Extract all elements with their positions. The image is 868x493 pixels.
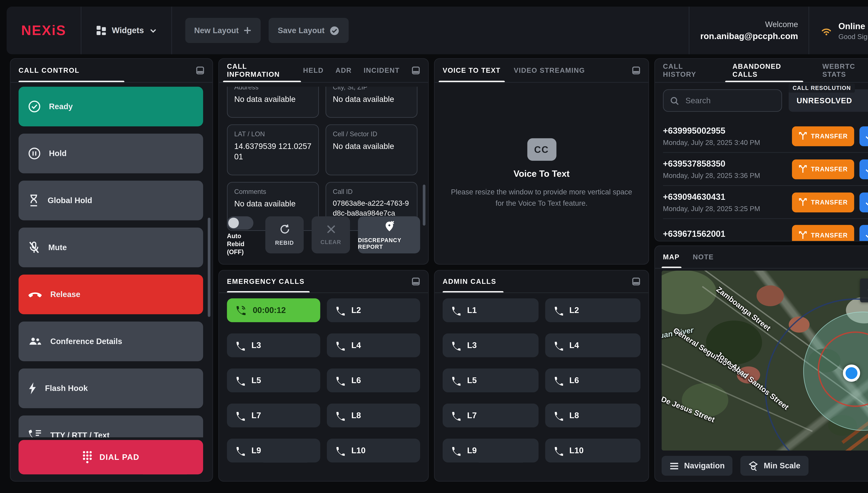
tab-adr[interactable]: ADR (335, 66, 352, 74)
flash-hook-button[interactable]: Flash Hook (19, 368, 203, 408)
tab-call-information[interactable]: CALL INFORMATION (227, 62, 291, 78)
line-button[interactable]: L6 (545, 368, 641, 392)
phone-icon (451, 305, 460, 315)
navigation-label: Navigation (684, 461, 725, 470)
field-label: City, St, ZIP (333, 87, 410, 91)
transfer-icon (798, 132, 807, 140)
scrollbar[interactable] (423, 185, 425, 226)
release-button[interactable]: Release (19, 275, 203, 314)
line-button[interactable]: L9 (227, 439, 320, 463)
line-label: L8 (569, 411, 579, 420)
transfer-button[interactable]: TRANSFER (792, 159, 854, 179)
popout-icon[interactable] (196, 66, 204, 74)
people-icon (28, 335, 42, 347)
line-label: L5 (467, 376, 477, 385)
connection-status: Online Good Signal (809, 6, 868, 54)
line-button[interactable]: L10 (545, 439, 641, 463)
clear-button[interactable]: CLEAR (311, 216, 350, 253)
map-toolbar: Navigation Min Scale + − (661, 456, 868, 476)
map-canvas[interactable]: Zamboanga Street uan River General Segun… (661, 271, 868, 451)
popout-icon[interactable] (632, 277, 641, 285)
discrepancy-report-button[interactable]: DISCREPANCY REPORT (358, 216, 420, 253)
close-icon (326, 224, 336, 234)
line-button[interactable]: L2 (545, 298, 641, 322)
tab-webrtc-stats[interactable]: WEBRTC STATS (822, 62, 868, 78)
line-button[interactable]: L2 (327, 298, 420, 322)
scrollbar[interactable] (208, 218, 211, 317)
line-label: L2 (351, 306, 361, 315)
voice-to-text-empty-state: CC Voice To Text Please resize the windo… (435, 138, 648, 209)
map-location-dot[interactable] (843, 365, 860, 382)
popout-icon[interactable] (412, 277, 420, 285)
line-button[interactable]: L7 (443, 404, 538, 427)
transfer-label: TRANSFER (811, 198, 848, 206)
conference-details-button[interactable]: Conference Details (19, 321, 203, 361)
abandoned-call-row[interactable]: +639671562001 TRANSFER (663, 218, 868, 241)
search-field[interactable] (663, 89, 782, 112)
call-datetime: Monday, July 28, 2025 3:36 PM (663, 171, 792, 179)
line-button[interactable]: L10 (327, 439, 420, 463)
map-search-box[interactable] (860, 279, 868, 302)
line-label: L9 (252, 446, 261, 455)
popout-icon[interactable] (632, 66, 641, 74)
mute-button[interactable]: Mute (19, 228, 203, 267)
check-circle-icon (28, 100, 41, 113)
line-button[interactable]: L1 (443, 298, 538, 322)
popout-icon[interactable] (412, 66, 420, 74)
transfer-button[interactable]: TRANSFER (792, 225, 854, 241)
tty-rtt-text-button[interactable]: TTY / RTT / Text (19, 415, 203, 437)
save-layout-button[interactable]: Save Layout (268, 18, 348, 43)
app-logo[interactable]: NEXiS (6, 6, 81, 54)
tab-incident[interactable]: INCIDENT (364, 66, 399, 74)
active-call-line[interactable]: 00:00:12 (227, 298, 320, 322)
line-button[interactable]: L8 (327, 404, 420, 427)
panel-title: CALL CONTROL (19, 66, 80, 74)
auto-rebid-toggle[interactable] (227, 216, 253, 230)
call-datetime: Monday, July 28, 2025 3:25 PM (663, 205, 792, 213)
line-button[interactable]: L5 (227, 368, 320, 392)
line-button[interactable]: L3 (443, 334, 538, 357)
min-scale-button[interactable]: Min Scale (741, 456, 808, 476)
line-button[interactable]: L9 (443, 439, 538, 463)
tab-note[interactable]: NOTE (693, 253, 714, 261)
acknowledge-button[interactable] (860, 126, 868, 146)
abandoned-call-row[interactable]: +639094630431 Monday, July 28, 2025 3:25… (663, 185, 868, 218)
widgets-menu[interactable]: Widgets (82, 6, 171, 54)
double-check-icon (865, 198, 868, 206)
field-value: No data available (234, 94, 311, 105)
rebid-button[interactable]: REBID (265, 216, 304, 253)
transfer-button[interactable]: TRANSFER (792, 192, 854, 212)
search-input[interactable] (684, 95, 775, 106)
new-layout-button[interactable]: New Layout (185, 18, 261, 43)
call-resolution-select[interactable]: CALL RESOLUTION UNRESOLVED (789, 89, 868, 112)
line-button[interactable]: L5 (443, 368, 538, 392)
acknowledge-button[interactable] (860, 159, 868, 179)
double-check-icon (865, 132, 868, 140)
line-button[interactable]: L6 (327, 368, 420, 392)
navigation-button[interactable]: Navigation (661, 456, 733, 476)
dial-pad-button[interactable]: DIAL PAD (19, 440, 203, 474)
tab-call-history[interactable]: CALL HISTORY (663, 62, 718, 78)
voice-to-text-panel: VOICE TO TEXT VIDEO STREAMING CC Voice T… (434, 58, 649, 264)
line-button[interactable]: L4 (327, 334, 420, 357)
line-button[interactable]: L4 (545, 334, 641, 357)
transfer-icon (798, 231, 807, 239)
tab-held[interactable]: HELD (303, 66, 324, 74)
line-button[interactable]: L3 (227, 334, 320, 357)
abandoned-call-row[interactable]: +639537858350 Monday, July 28, 2025 3:36… (663, 152, 868, 186)
line-button[interactable]: L7 (227, 404, 320, 427)
tab-voice-to-text[interactable]: VOICE TO TEXT (443, 66, 501, 74)
acknowledge-button[interactable] (860, 225, 868, 241)
ready-button[interactable]: Ready (19, 87, 203, 126)
acknowledge-button[interactable] (860, 192, 868, 212)
tab-map[interactable]: MAP (663, 253, 680, 261)
line-button[interactable]: L8 (545, 404, 641, 427)
abandoned-call-row[interactable]: +639995002955 Monday, July 28, 2025 3:40… (663, 120, 868, 152)
map-panel: MAP NOTE Zamboanga Street uan River Gene… (654, 245, 868, 482)
hold-button[interactable]: Hold (19, 134, 203, 173)
auto-rebid-label: Auto Rebid (OFF) (227, 232, 255, 256)
tab-abandoned-calls[interactable]: ABANDONED CALLS (733, 62, 808, 78)
tab-video-streaming[interactable]: VIDEO STREAMING (514, 66, 585, 74)
transfer-button[interactable]: TRANSFER (792, 126, 854, 146)
global-hold-button[interactable]: Global Hold (19, 180, 203, 220)
